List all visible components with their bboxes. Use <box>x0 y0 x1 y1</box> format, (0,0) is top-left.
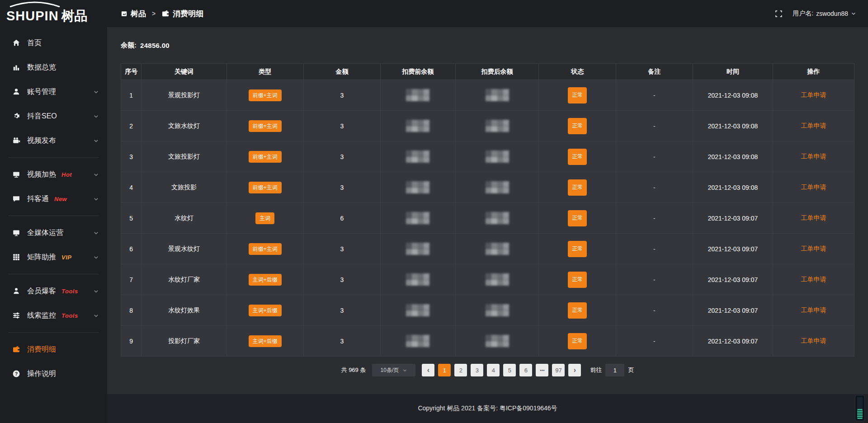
type-badge: 主词 <box>255 212 274 224</box>
goto-page-input[interactable]: 1 <box>605 364 624 376</box>
cell-amount: 6 <box>303 203 380 234</box>
page-button-1[interactable]: 1 <box>438 364 451 376</box>
page-size-select[interactable]: 10条/页 <box>372 364 415 376</box>
user-menu[interactable]: 用户名: zswodun88 <box>793 9 856 18</box>
goto-label: 前往 <box>590 366 602 374</box>
page-button-3[interactable]: 3 <box>471 364 483 376</box>
ticket-request-link[interactable]: 工单申请 <box>801 245 826 252</box>
sidebar-divider <box>8 157 99 158</box>
chevron-down-icon <box>93 89 99 95</box>
remark-text: - <box>653 184 656 191</box>
masked-balance-after <box>486 335 509 347</box>
column-header-扣费后余额: 扣费后余额 <box>455 64 539 80</box>
cell-status: 正常 <box>539 203 616 234</box>
masked-balance-after <box>486 304 509 316</box>
sidebar-item-会员爆客[interactable]: 会员爆客Tools <box>0 279 107 303</box>
sidebar-item-抖客通[interactable]: 抖客通New <box>0 187 107 211</box>
sliders-icon <box>12 311 20 320</box>
page-button-2[interactable]: 2 <box>454 364 467 376</box>
page-button-5[interactable]: 5 <box>503 364 516 376</box>
sidebar-item-线索监控[interactable]: 线索监控Tools <box>0 303 107 328</box>
next-page-button[interactable]: › <box>568 364 581 376</box>
sidebar-item-label: 操作说明 <box>27 369 56 379</box>
status-badge: 正常 <box>568 210 587 226</box>
chevron-down-icon <box>93 196 99 202</box>
sidebar-item-label: 视频加热 <box>27 170 56 179</box>
cell-balance-before <box>381 203 455 234</box>
cell-action: 工单申请 <box>773 264 854 295</box>
page-button-6[interactable]: 6 <box>519 364 532 376</box>
wallet-icon <box>161 9 170 18</box>
bar-chart-icon <box>12 63 20 71</box>
ticket-request-link[interactable]: 工单申请 <box>801 122 826 129</box>
masked-balance-after <box>486 181 509 193</box>
cell-type: 主词+后缀 <box>226 326 303 357</box>
cell-balance-before <box>381 264 455 295</box>
masked-balance-after <box>486 273 509 286</box>
remark-text: - <box>653 276 656 283</box>
sidebar-item-抖音SEO[interactable]: 抖音SEO <box>0 104 107 128</box>
sidebar-item-视频发布[interactable]: 视频发布 <box>0 128 107 153</box>
sidebar-item-全媒体运营[interactable]: 全媒体运营 <box>0 221 107 245</box>
type-badge: 前缀+主词 <box>249 151 282 163</box>
footer: Copyright 树品 2021 备案号: 粤ICP备09019646号 <box>107 394 868 423</box>
table-row: 3文旅投影灯前缀+主词3正常-2021-12-03 09:08工单申请 <box>121 141 854 172</box>
sidebar-item-首页[interactable]: 首页 <box>0 31 107 55</box>
brand-logo-cjk: 树品 <box>61 9 88 23</box>
ticket-request-link[interactable]: 工单申请 <box>801 183 826 191</box>
cell-balance-after <box>455 203 539 234</box>
prev-page-button[interactable]: ‹ <box>422 364 434 376</box>
sidebar-item-视频加热[interactable]: 视频加热Hot <box>0 162 107 187</box>
page-ellipsis-button[interactable]: ••• <box>536 364 548 376</box>
cell-time: 2021-12-03 09:08 <box>693 111 773 141</box>
cell-amount: 3 <box>303 264 380 295</box>
sidebar-divider <box>8 274 99 274</box>
sidebar-item-账号管理[interactable]: 账号管理 <box>0 80 107 104</box>
sidebar-item-label: 视频发布 <box>27 136 56 146</box>
ticket-request-link[interactable]: 工单申请 <box>801 306 826 314</box>
type-badge: 前缀+主词 <box>249 120 282 132</box>
sidebar-item-消费明细[interactable]: 消费明细 <box>0 337 107 362</box>
display-icon <box>12 170 20 179</box>
cell-time: 2021-12-03 09:08 <box>693 141 773 172</box>
ticket-request-link[interactable]: 工单申请 <box>801 276 826 283</box>
type-badge: 主词+后缀 <box>249 305 282 316</box>
sidebar-item-label: 线索监控 <box>27 311 56 320</box>
cell-index: 6 <box>121 234 142 264</box>
cell-status: 正常 <box>539 234 616 264</box>
cell-remark: - <box>616 172 693 203</box>
dashboard-icon <box>121 10 127 17</box>
sidebar-item-数据总览[interactable]: 数据总览 <box>0 55 107 80</box>
ticket-request-link[interactable]: 工单申请 <box>801 337 826 344</box>
sidebar-item-badge: Tools <box>61 288 78 295</box>
sidebar-divider <box>8 332 99 333</box>
page-button-97[interactable]: 97 <box>552 364 565 376</box>
breadcrumb-label: 树品 <box>131 9 146 19</box>
cell-balance-after <box>455 326 539 357</box>
ticket-request-link[interactable]: 工单申请 <box>801 153 826 160</box>
ticket-request-link[interactable]: 工单申请 <box>801 214 826 221</box>
cell-keyword: 文旅水纹灯 <box>142 111 226 141</box>
spacer <box>107 376 868 394</box>
fullscreen-icon[interactable] <box>775 10 783 18</box>
masked-balance-after <box>486 89 509 101</box>
cell-amount: 3 <box>303 172 380 203</box>
sidebar-item-操作说明[interactable]: ?操作说明 <box>0 362 107 386</box>
breadcrumb-separator: > <box>150 10 157 17</box>
cell-balance-before <box>381 234 455 264</box>
page-button-4[interactable]: 4 <box>487 364 500 376</box>
balance-row: 余额: 24856.00 <box>107 27 868 63</box>
cell-action: 工单申请 <box>773 111 854 141</box>
cell-index: 9 <box>121 326 142 357</box>
cell-balance-before <box>381 80 455 111</box>
cell-type: 前缀+主词 <box>226 141 303 172</box>
ticket-request-link[interactable]: 工单申请 <box>801 91 826 99</box>
gear-icon <box>12 112 20 120</box>
breadcrumb-label: 消费明细 <box>173 9 203 19</box>
remark-text: - <box>653 153 656 160</box>
breadcrumb-item-树品[interactable]: 树品 <box>121 9 146 19</box>
sidebar-item-矩阵助推[interactable]: 矩阵助推VIP <box>0 245 107 269</box>
breadcrumb-item-消费明细[interactable]: 消费明细 <box>161 9 203 19</box>
cell-amount: 3 <box>303 111 380 141</box>
column-header-时间: 时间 <box>693 64 773 80</box>
